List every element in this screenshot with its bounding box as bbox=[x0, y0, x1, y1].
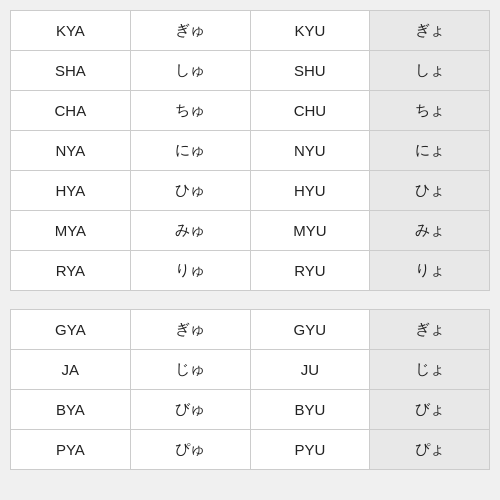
kana-cell: しゅ bbox=[130, 51, 250, 91]
kana-cell: みゅ bbox=[130, 211, 250, 251]
kana-cell: にょ bbox=[370, 131, 490, 171]
romaji-cell: KYU bbox=[250, 11, 370, 51]
table-row: NYAにゅNYUにょ bbox=[11, 131, 490, 171]
romaji-cell: PYA bbox=[11, 430, 131, 470]
main-container: KYAぎゅKYUぎょSHAしゅSHUしょCHAちゅCHUちょNYAにゅNYUにょ… bbox=[10, 10, 490, 470]
kana-cell: りゅ bbox=[130, 251, 250, 291]
romaji-cell: BYU bbox=[250, 390, 370, 430]
table-1: KYAぎゅKYUぎょSHAしゅSHUしょCHAちゅCHUちょNYAにゅNYUにょ… bbox=[10, 10, 490, 291]
table-row: BYAびゅBYUびょ bbox=[11, 390, 490, 430]
kana-cell: ぴょ bbox=[370, 430, 490, 470]
kana-cell: にゅ bbox=[130, 131, 250, 171]
romaji-cell: NYA bbox=[11, 131, 131, 171]
table-row: SHAしゅSHUしょ bbox=[11, 51, 490, 91]
kana-cell: ひゅ bbox=[130, 171, 250, 211]
romaji-cell: CHU bbox=[250, 91, 370, 131]
kana-cell: ぎょ bbox=[370, 310, 490, 350]
kana-cell: ちゅ bbox=[130, 91, 250, 131]
kana-cell: りょ bbox=[370, 251, 490, 291]
romaji-cell: NYU bbox=[250, 131, 370, 171]
romaji-cell: SHA bbox=[11, 51, 131, 91]
romaji-cell: RYU bbox=[250, 251, 370, 291]
kana-cell: びょ bbox=[370, 390, 490, 430]
table-row: KYAぎゅKYUぎょ bbox=[11, 11, 490, 51]
kana-cell: しょ bbox=[370, 51, 490, 91]
table-row: CHAちゅCHUちょ bbox=[11, 91, 490, 131]
romaji-cell: RYA bbox=[11, 251, 131, 291]
kana-cell: びゅ bbox=[130, 390, 250, 430]
romaji-cell: GYA bbox=[11, 310, 131, 350]
table-row: RYAりゅRYUりょ bbox=[11, 251, 490, 291]
romaji-cell: MYA bbox=[11, 211, 131, 251]
table-2: GYAぎゅGYUぎょJAじゅJUじょBYAびゅBYUびょPYAぴゅPYUぴょ bbox=[10, 309, 490, 470]
kana-cell: ぴゅ bbox=[130, 430, 250, 470]
table-row: MYAみゅMYUみょ bbox=[11, 211, 490, 251]
kana-cell: ちょ bbox=[370, 91, 490, 131]
romaji-cell: PYU bbox=[250, 430, 370, 470]
romaji-cell: SHU bbox=[250, 51, 370, 91]
romaji-cell: GYU bbox=[250, 310, 370, 350]
kana-cell: ひょ bbox=[370, 171, 490, 211]
romaji-cell: HYU bbox=[250, 171, 370, 211]
romaji-cell: BYA bbox=[11, 390, 131, 430]
table-row: GYAぎゅGYUぎょ bbox=[11, 310, 490, 350]
kana-cell: みょ bbox=[370, 211, 490, 251]
kana-cell: じょ bbox=[370, 350, 490, 390]
romaji-cell: MYU bbox=[250, 211, 370, 251]
kana-cell: ぎゅ bbox=[130, 310, 250, 350]
kana-cell: ぎょ bbox=[370, 11, 490, 51]
romaji-cell: CHA bbox=[11, 91, 131, 131]
table-row: PYAぴゅPYUぴょ bbox=[11, 430, 490, 470]
table-row: JAじゅJUじょ bbox=[11, 350, 490, 390]
table-row: HYAひゅHYUひょ bbox=[11, 171, 490, 211]
romaji-cell: JA bbox=[11, 350, 131, 390]
kana-cell: じゅ bbox=[130, 350, 250, 390]
romaji-cell: HYA bbox=[11, 171, 131, 211]
romaji-cell: KYA bbox=[11, 11, 131, 51]
romaji-cell: JU bbox=[250, 350, 370, 390]
kana-cell: ぎゅ bbox=[130, 11, 250, 51]
